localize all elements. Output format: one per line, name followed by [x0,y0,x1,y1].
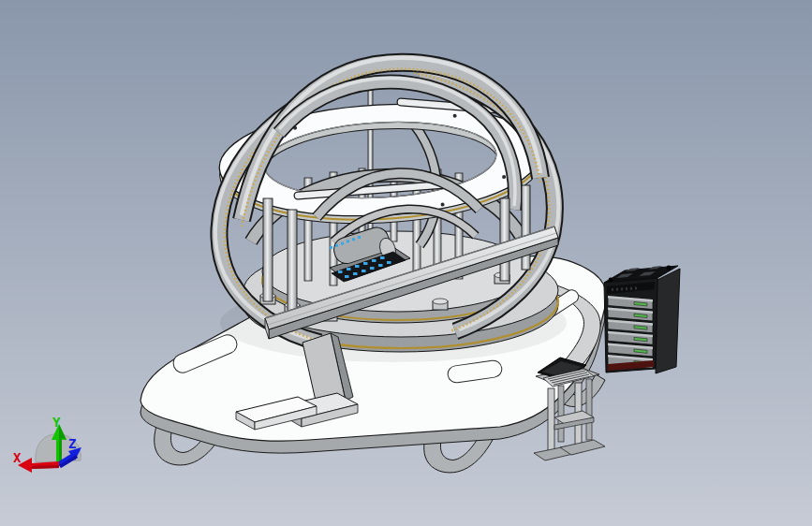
model-scene[interactable]: X Y Z [0,0,812,526]
z-axis-label: Z [68,436,76,451]
x-axis-label: X [13,450,22,465]
cad-viewport[interactable]: X Y Z [0,0,812,526]
y-axis-label: Y [52,415,61,430]
server-tower[interactable] [604,266,680,373]
